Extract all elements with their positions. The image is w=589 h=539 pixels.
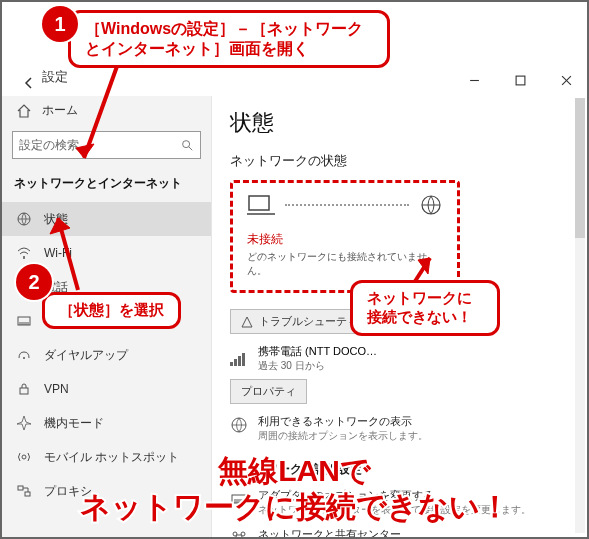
window-title: 設定 [42,68,68,86]
show-networks-title: 利用できるネットワークの表示 [258,414,428,429]
svg-point-7 [23,257,25,259]
annotation-bubble-2: ［状態］を選択 [42,292,181,329]
sidebar-item-proxy[interactable]: プロキシ [2,474,211,508]
adapter-options-row[interactable]: アダプターのオプションを変更する ネットワーク アダプターを表示して接続設定を変… [230,488,569,517]
home-icon [16,103,32,119]
search-icon [180,138,194,152]
svg-line-22 [84,58,120,158]
sidebar-nav: 状態 Wi-Fi 電話 イーサネット ダイヤルアップ VPN [2,202,211,508]
sidebar-item-label: ダイヤルアップ [44,347,128,364]
sidebar-item-hotspot[interactable]: モバイル ホットスポット [2,440,211,474]
sidebar-item-status[interactable]: 状態 [2,202,211,236]
scrollbar[interactable] [575,98,585,533]
window: 設定 ホーム 設定の検索 ネットワークとインターネット 状態 Wi-Fi [2,2,587,537]
svg-point-4 [183,141,190,148]
svg-point-10 [23,357,25,359]
pc-icon [247,194,275,216]
globe-icon [419,193,443,217]
svg-point-12 [22,455,26,459]
annotation-bubble-3: ネットワークに接続できない！ [350,280,500,336]
proxy-icon [16,483,32,499]
network-diagram [247,193,443,217]
scrollbar-thumb[interactable] [575,98,585,238]
sidebar-item-label: プロキシ [44,483,92,500]
carrier-period: 過去 30 日から [258,359,377,373]
adapter-icon [230,490,248,508]
network-status-heading: ネットワークの状態 [230,152,569,170]
svg-line-5 [189,147,193,151]
properties-label: プロパティ [241,384,296,399]
status-disconnected: 未接続 [247,231,443,248]
sidebar-item-label: モバイル ホットスポット [44,449,179,466]
warning-icon [241,316,253,328]
airplane-icon [16,415,32,431]
sharing-icon [230,529,248,537]
show-networks-row[interactable]: 利用できるネットワークの表示 周囲の接続オプションを表示します。 [230,414,569,443]
hotspot-icon [16,449,32,465]
show-networks-desc: 周囲の接続オプションを表示します。 [258,429,428,443]
annotation-arrow-2 [48,208,98,294]
svg-marker-23 [76,144,94,158]
sidebar-item-airplane[interactable]: 機内モード [2,406,211,440]
annotation-arrow-1 [72,54,132,174]
annotation-badge-2: 2 [16,264,52,300]
svg-rect-14 [25,492,30,496]
svg-rect-13 [18,486,23,490]
minimize-button[interactable] [459,67,489,93]
status-icon [16,211,32,227]
annotation-bubble-1: ［Windowsの設定］－［ネットワークとインターネット］画面を開く [68,10,390,68]
svg-rect-11 [20,388,28,394]
connection-line [285,204,409,206]
close-button[interactable] [551,67,581,93]
properties-button[interactable]: プロパティ [230,379,307,404]
carrier-name: 携帯電話 (NTT DOCO… [258,344,377,359]
globe-icon [230,416,248,434]
annotation-badge-1: 1 [42,6,78,42]
carrier-row: 携帯電話 (NTT DOCO… 過去 30 日から [230,344,569,373]
sharing-title: ネットワークと共有センター [258,527,538,537]
vpn-icon [16,381,32,397]
dialup-icon [16,347,32,363]
sidebar-item-label: VPN [44,382,69,396]
ethernet-icon [16,313,32,329]
signal-bars-icon [230,352,248,366]
sidebar-item-vpn[interactable]: VPN [2,372,211,406]
svg-rect-15 [249,196,269,210]
sidebar-item-label: 機内モード [44,415,104,432]
maximize-button[interactable] [505,67,535,93]
page-title: 状態 [230,108,569,138]
svg-rect-1 [516,76,525,85]
sidebar-item-dialup[interactable]: ダイヤルアップ [2,338,211,372]
adapter-desc: ネットワーク アダプターを表示して接続設定を変更します。 [258,503,531,517]
back-icon[interactable] [22,76,36,90]
adapter-title: アダプターのオプションを変更する [258,488,531,503]
wifi-icon [16,245,32,261]
sharing-center-row[interactable]: ネットワークと共有センター 接続先のネットワークについて、共有するものを指定しま… [230,527,569,537]
advanced-heading: ネットワークの詳細設定 [230,461,569,478]
